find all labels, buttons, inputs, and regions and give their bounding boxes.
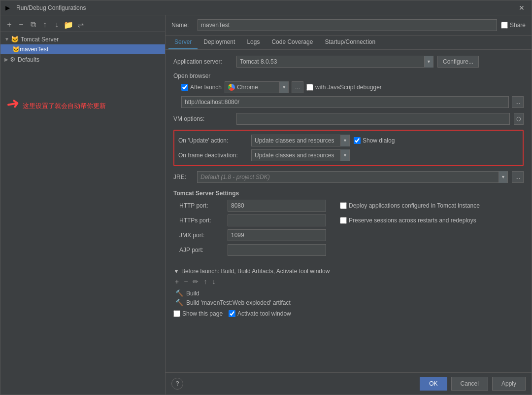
name-input[interactable] xyxy=(198,19,497,31)
build-icon-2: 🔨 xyxy=(175,299,183,306)
url-row: ... xyxy=(173,96,524,108)
tree-item-label-defaults: Defaults xyxy=(18,56,39,63)
vm-options-input[interactable] xyxy=(236,113,510,125)
ajp-port-input[interactable] xyxy=(228,244,326,256)
preserve-check-label: Preserve sessions across restarts and re… xyxy=(340,217,518,224)
update-action-select-wrapper[interactable]: Update classes and resources ▼ xyxy=(251,135,350,146)
browser-dots-button[interactable]: ... xyxy=(292,81,303,93)
show-this-page-checkbox[interactable] xyxy=(173,310,180,317)
title-bar: ▶ Run/Debug Configurations ✕ xyxy=(0,0,532,15)
app-server-dropdown[interactable]: ▼ xyxy=(424,56,433,68)
move-down-button[interactable]: ↓ xyxy=(52,20,62,30)
share-checkbox[interactable] xyxy=(501,22,508,29)
jmx-port-input[interactable] xyxy=(228,229,326,241)
sort-button[interactable]: ⇌ xyxy=(75,20,85,30)
jre-row: JRE: Default (1.8 - project SDK) ▼ ... xyxy=(173,171,524,183)
show-dialog-text: Show dialog xyxy=(363,137,395,144)
update-action-row: On 'Update' action: Update classes and r… xyxy=(178,135,519,146)
sidebar: + − ⧉ ↑ ↓ 📁 ⇌ ▼ 🐱 Tomcat Server 🐱 mavenT… xyxy=(0,15,166,395)
ajp-port-label: AJP port: xyxy=(179,247,224,253)
vm-options-label: VM options: xyxy=(173,115,233,122)
url-input[interactable] xyxy=(181,96,509,108)
browser-select-wrapper[interactable]: Chrome ▼ xyxy=(225,81,289,93)
activate-tool-window-checkbox[interactable] xyxy=(229,310,235,317)
tab-logs[interactable]: Logs xyxy=(241,36,266,49)
move-up-button[interactable]: ↑ xyxy=(40,20,50,30)
sidebar-toolbar: + − ⧉ ↑ ↓ 📁 ⇌ xyxy=(0,18,165,32)
deploy-check-checkbox[interactable] xyxy=(340,202,347,209)
annotation-text: 这里设置了就会自动帮你更新 xyxy=(23,102,106,110)
show-dialog-checkbox[interactable] xyxy=(354,137,361,144)
app-server-label: Application server: xyxy=(173,58,233,65)
tab-code-coverage[interactable]: Code Coverage xyxy=(266,36,319,49)
content-panel: Name: Share Server Deployment Logs Code … xyxy=(166,15,532,395)
before-launch-down-button[interactable]: ↓ xyxy=(210,278,217,286)
jre-dots-button[interactable]: ... xyxy=(512,171,524,183)
app-server-row: Application server: Tomcat 8.0.53 ▼ Conf… xyxy=(173,56,524,68)
server-tab-content: Application server: Tomcat 8.0.53 ▼ Conf… xyxy=(166,50,532,372)
cancel-button[interactable]: Cancel xyxy=(451,377,488,391)
footer-right: OK Cancel Apply xyxy=(420,377,526,391)
frame-deactivation-value: Update classes and resources xyxy=(252,150,340,161)
remove-config-button[interactable]: − xyxy=(16,20,26,30)
defaults-icon: ⚙ xyxy=(10,56,16,63)
preserve-check-checkbox[interactable] xyxy=(340,217,347,224)
before-launch-edit-button[interactable]: ✏ xyxy=(191,278,200,286)
before-launch-remove-button[interactable]: − xyxy=(182,278,189,286)
browser-dropdown-arrow[interactable]: ▼ xyxy=(279,81,288,93)
vm-options-row: VM options: ⬡ xyxy=(173,113,524,125)
update-action-value: Update classes and resources xyxy=(252,135,340,146)
tabs-bar: Server Deployment Logs Code Coverage Sta… xyxy=(166,36,532,50)
jre-dropdown[interactable]: ▼ xyxy=(499,171,507,183)
before-launch-up-button[interactable]: ↑ xyxy=(202,278,208,286)
show-this-page-label: Show this page xyxy=(173,310,223,317)
before-launch-section: ▼ Before launch: Build, Build Artifacts,… xyxy=(173,268,524,317)
deploy-check-text: Deploy applications configured in Tomcat… xyxy=(349,202,480,209)
tree-item-maventest[interactable]: 🐱 mavenTest xyxy=(0,44,165,54)
tab-server[interactable]: Server xyxy=(168,36,198,49)
update-action-dropdown[interactable]: ▼ xyxy=(340,135,349,146)
apply-button[interactable]: Apply xyxy=(492,377,526,391)
build-label-2: Build 'mavenTest:Web exploded' artifact xyxy=(186,299,291,306)
https-port-label: HTTPs port: xyxy=(179,217,224,224)
configure-button[interactable]: Configure... xyxy=(437,56,479,68)
close-button[interactable]: ✕ xyxy=(517,4,527,12)
jre-select-wrapper[interactable]: Default (1.8 - project SDK) ▼ xyxy=(197,171,508,183)
maventest-icon: 🐱 xyxy=(12,46,20,53)
before-launch-arrow: ▼ xyxy=(173,268,179,275)
bottom-options: Show this page Activate tool window xyxy=(173,310,524,317)
browser-select-value: Chrome xyxy=(225,82,279,93)
footer-left: ? xyxy=(171,378,183,390)
annotation-arrow: ➜ xyxy=(5,93,21,114)
defaults-expand-arrow: ▶ xyxy=(4,57,8,62)
open-browser-label: Open browser xyxy=(173,72,524,79)
browser-row: After launch Chrome ▼ ... xyxy=(173,81,524,93)
url-dots-button[interactable]: ... xyxy=(512,96,524,108)
folder-button[interactable]: 📁 xyxy=(64,20,73,30)
frame-deactivation-select-wrapper[interactable]: Update classes and resources ▼ xyxy=(251,149,350,161)
copy-config-button[interactable]: ⧉ xyxy=(28,20,38,30)
help-button[interactable]: ? xyxy=(171,378,183,390)
frame-deactivation-dropdown[interactable]: ▼ xyxy=(340,149,349,161)
tab-startup-connection[interactable]: Startup/Connection xyxy=(319,36,381,49)
https-port-input[interactable] xyxy=(228,215,326,226)
jre-label: JRE: xyxy=(173,174,193,180)
http-port-input[interactable] xyxy=(228,200,326,212)
tomcat-settings-section: Tomcat Server Settings HTTP port: Deploy… xyxy=(173,188,524,259)
name-label: Name: xyxy=(171,22,194,29)
js-debugger-checkbox[interactable] xyxy=(306,84,313,91)
ok-button[interactable]: OK xyxy=(420,377,447,391)
after-launch-checkbox[interactable] xyxy=(181,84,188,91)
open-browser-section: Open browser After launch Chrome xyxy=(173,72,524,108)
tree-item-defaults[interactable]: ▶ ⚙ Defaults xyxy=(0,54,165,65)
vm-expand-button[interactable]: ⬡ xyxy=(514,113,524,125)
before-launch-add-button[interactable]: + xyxy=(173,278,180,286)
tree-item-tomcat-group[interactable]: ▼ 🐱 Tomcat Server xyxy=(0,34,165,44)
update-action-label: On 'Update' action: xyxy=(178,137,247,144)
tab-deployment[interactable]: Deployment xyxy=(198,36,241,49)
tree-expand-arrow: ▼ xyxy=(4,36,9,42)
run-debug-dialog: ▶ Run/Debug Configurations ✕ + − ⧉ ↑ ↓ 📁… xyxy=(0,0,532,395)
add-config-button[interactable]: + xyxy=(4,20,14,30)
build-item-1: 🔨 Build xyxy=(173,288,524,298)
chrome-icon xyxy=(228,84,235,91)
